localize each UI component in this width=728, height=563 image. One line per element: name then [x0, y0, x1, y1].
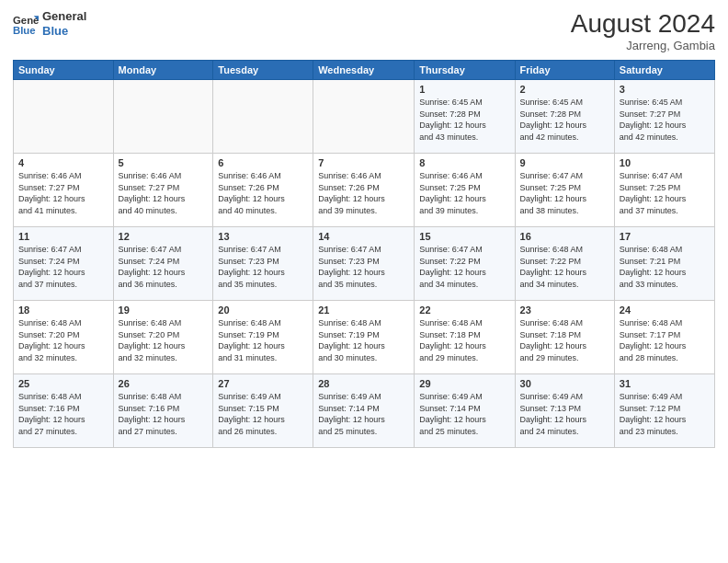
- day-info: Sunrise: 6:48 AM Sunset: 7:16 PM Dayligh…: [18, 391, 108, 437]
- day-number: 31: [620, 378, 710, 389]
- calendar-cell: 25Sunrise: 6:48 AM Sunset: 7:16 PM Dayli…: [14, 374, 114, 448]
- day-number: 11: [18, 231, 108, 242]
- calendar-cell: 4Sunrise: 6:46 AM Sunset: 7:27 PM Daylig…: [14, 154, 114, 227]
- calendar-week-row: 4Sunrise: 6:46 AM Sunset: 7:27 PM Daylig…: [14, 154, 715, 227]
- day-info: Sunrise: 6:46 AM Sunset: 7:27 PM Dayligh…: [18, 170, 108, 216]
- calendar-cell: 2Sunrise: 6:45 AM Sunset: 7:28 PM Daylig…: [515, 80, 614, 154]
- calendar-cell: 21Sunrise: 6:48 AM Sunset: 7:19 PM Dayli…: [313, 301, 415, 374]
- calendar-week-row: 25Sunrise: 6:48 AM Sunset: 7:16 PM Dayli…: [14, 374, 715, 448]
- calendar-cell: [213, 80, 313, 154]
- location-subtitle: Jarreng, Gambia: [571, 39, 715, 52]
- calendar-cell: 16Sunrise: 6:48 AM Sunset: 7:22 PM Dayli…: [515, 227, 614, 301]
- calendar-cell: 22Sunrise: 6:48 AM Sunset: 7:18 PM Dayli…: [415, 301, 515, 374]
- logo-icon: General Blue: [13, 11, 39, 37]
- day-number: 5: [119, 157, 209, 168]
- calendar-cell: 3Sunrise: 6:45 AM Sunset: 7:27 PM Daylig…: [614, 80, 714, 154]
- day-number: 6: [218, 157, 308, 168]
- day-number: 10: [620, 157, 710, 168]
- day-number: 12: [119, 231, 209, 242]
- day-number: 26: [119, 378, 209, 389]
- month-year-title: August 2024: [571, 9, 715, 39]
- col-wednesday: Wednesday: [313, 61, 415, 80]
- calendar-cell: 19Sunrise: 6:48 AM Sunset: 7:20 PM Dayli…: [113, 301, 213, 374]
- day-info: Sunrise: 6:47 AM Sunset: 7:23 PM Dayligh…: [318, 244, 409, 290]
- calendar-cell: 10Sunrise: 6:47 AM Sunset: 7:25 PM Dayli…: [614, 154, 714, 227]
- calendar-cell: 7Sunrise: 6:46 AM Sunset: 7:26 PM Daylig…: [313, 154, 415, 227]
- logo: General Blue General Blue: [13, 9, 86, 38]
- day-info: Sunrise: 6:46 AM Sunset: 7:27 PM Dayligh…: [119, 170, 209, 216]
- calendar-cell: 18Sunrise: 6:48 AM Sunset: 7:20 PM Dayli…: [14, 301, 114, 374]
- col-thursday: Thursday: [415, 61, 515, 80]
- day-info: Sunrise: 6:48 AM Sunset: 7:20 PM Dayligh…: [119, 317, 209, 363]
- calendar-cell: 9Sunrise: 6:47 AM Sunset: 7:25 PM Daylig…: [515, 154, 614, 227]
- day-info: Sunrise: 6:46 AM Sunset: 7:26 PM Dayligh…: [318, 170, 409, 216]
- day-info: Sunrise: 6:48 AM Sunset: 7:19 PM Dayligh…: [318, 317, 409, 363]
- calendar-cell: 23Sunrise: 6:48 AM Sunset: 7:18 PM Dayli…: [515, 301, 614, 374]
- calendar-cell: [113, 80, 213, 154]
- calendar-header-row: Sunday Monday Tuesday Wednesday Thursday…: [14, 61, 715, 80]
- calendar-week-row: 11Sunrise: 6:47 AM Sunset: 7:24 PM Dayli…: [14, 227, 715, 301]
- calendar-cell: [14, 80, 114, 154]
- day-number: 16: [520, 231, 609, 242]
- day-info: Sunrise: 6:48 AM Sunset: 7:18 PM Dayligh…: [520, 317, 609, 363]
- day-number: 24: [620, 304, 710, 316]
- day-number: 8: [419, 157, 509, 168]
- day-number: 14: [318, 231, 409, 242]
- calendar-week-row: 18Sunrise: 6:48 AM Sunset: 7:20 PM Dayli…: [14, 301, 715, 374]
- col-tuesday: Tuesday: [213, 61, 313, 80]
- page-header: General Blue General Blue August 2024 Ja…: [13, 9, 715, 52]
- col-friday: Friday: [515, 61, 614, 80]
- day-number: 27: [218, 378, 308, 389]
- day-number: 30: [520, 378, 609, 389]
- calendar-cell: 31Sunrise: 6:49 AM Sunset: 7:12 PM Dayli…: [614, 374, 714, 448]
- day-number: 25: [18, 378, 108, 389]
- calendar-cell: 14Sunrise: 6:47 AM Sunset: 7:23 PM Dayli…: [313, 227, 415, 301]
- day-info: Sunrise: 6:46 AM Sunset: 7:25 PM Dayligh…: [419, 170, 509, 216]
- logo-blue: Blue: [42, 24, 86, 39]
- calendar-cell: 24Sunrise: 6:48 AM Sunset: 7:17 PM Dayli…: [614, 301, 714, 374]
- day-number: 20: [218, 304, 308, 316]
- day-info: Sunrise: 6:48 AM Sunset: 7:19 PM Dayligh…: [218, 317, 308, 363]
- day-info: Sunrise: 6:49 AM Sunset: 7:14 PM Dayligh…: [318, 391, 409, 437]
- day-info: Sunrise: 6:49 AM Sunset: 7:14 PM Dayligh…: [419, 391, 509, 437]
- day-info: Sunrise: 6:49 AM Sunset: 7:12 PM Dayligh…: [620, 391, 710, 437]
- day-info: Sunrise: 6:45 AM Sunset: 7:28 PM Dayligh…: [419, 97, 509, 143]
- calendar-cell: 26Sunrise: 6:48 AM Sunset: 7:16 PM Dayli…: [113, 374, 213, 448]
- day-info: Sunrise: 6:46 AM Sunset: 7:26 PM Dayligh…: [218, 170, 308, 216]
- calendar-table: Sunday Monday Tuesday Wednesday Thursday…: [13, 60, 715, 448]
- day-number: 3: [620, 84, 710, 95]
- day-info: Sunrise: 6:48 AM Sunset: 7:18 PM Dayligh…: [419, 317, 509, 363]
- calendar-cell: 30Sunrise: 6:49 AM Sunset: 7:13 PM Dayli…: [515, 374, 614, 448]
- day-info: Sunrise: 6:47 AM Sunset: 7:23 PM Dayligh…: [218, 244, 308, 290]
- calendar-cell: 27Sunrise: 6:49 AM Sunset: 7:15 PM Dayli…: [213, 374, 313, 448]
- day-number: 7: [318, 157, 409, 168]
- day-info: Sunrise: 6:48 AM Sunset: 7:20 PM Dayligh…: [18, 317, 108, 363]
- day-number: 2: [520, 84, 609, 95]
- day-info: Sunrise: 6:45 AM Sunset: 7:28 PM Dayligh…: [520, 97, 609, 143]
- day-number: 9: [520, 157, 609, 168]
- day-number: 18: [18, 304, 108, 316]
- day-number: 15: [419, 231, 509, 242]
- day-number: 22: [419, 304, 509, 316]
- day-number: 17: [620, 231, 710, 242]
- calendar-cell: 5Sunrise: 6:46 AM Sunset: 7:27 PM Daylig…: [113, 154, 213, 227]
- day-info: Sunrise: 6:49 AM Sunset: 7:13 PM Dayligh…: [520, 391, 609, 437]
- calendar-cell: 29Sunrise: 6:49 AM Sunset: 7:14 PM Dayli…: [415, 374, 515, 448]
- col-monday: Monday: [113, 61, 213, 80]
- day-info: Sunrise: 6:48 AM Sunset: 7:21 PM Dayligh…: [620, 244, 710, 290]
- day-info: Sunrise: 6:49 AM Sunset: 7:15 PM Dayligh…: [218, 391, 308, 437]
- calendar-cell: 20Sunrise: 6:48 AM Sunset: 7:19 PM Dayli…: [213, 301, 313, 374]
- day-info: Sunrise: 6:47 AM Sunset: 7:25 PM Dayligh…: [520, 170, 609, 216]
- calendar-week-row: 1Sunrise: 6:45 AM Sunset: 7:28 PM Daylig…: [14, 80, 715, 154]
- day-info: Sunrise: 6:48 AM Sunset: 7:17 PM Dayligh…: [620, 317, 710, 363]
- day-number: 23: [520, 304, 609, 316]
- day-info: Sunrise: 6:48 AM Sunset: 7:22 PM Dayligh…: [520, 244, 609, 290]
- day-number: 29: [419, 378, 509, 389]
- svg-text:Blue: Blue: [13, 24, 36, 35]
- day-number: 1: [419, 84, 509, 95]
- day-number: 13: [218, 231, 308, 242]
- calendar-cell: 1Sunrise: 6:45 AM Sunset: 7:28 PM Daylig…: [415, 80, 515, 154]
- calendar-cell: [313, 80, 415, 154]
- calendar-cell: 11Sunrise: 6:47 AM Sunset: 7:24 PM Dayli…: [14, 227, 114, 301]
- calendar-cell: 17Sunrise: 6:48 AM Sunset: 7:21 PM Dayli…: [614, 227, 714, 301]
